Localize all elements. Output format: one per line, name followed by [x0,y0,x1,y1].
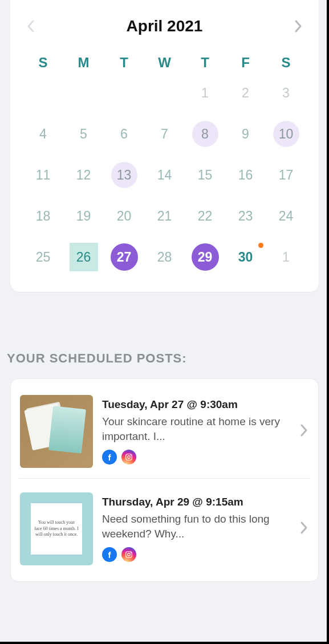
post-preview-text: Need something fun to do this long weeke… [102,512,290,541]
calendar-day[interactable]: 14 [144,161,185,189]
calendar-day[interactable]: 1 [185,79,225,107]
calendar-day [144,79,185,107]
weekday-label: W [144,55,185,71]
scheduled-post[interactable]: Tuesday, Apr 27 @ 9:30am Your skincare r… [19,388,310,475]
calendar-day[interactable]: 22 [185,202,225,230]
calendar-header: April 2021 [23,17,306,35]
prev-month-button[interactable] [23,18,39,34]
facebook-icon: f [102,450,117,464]
svg-point-4 [128,553,131,556]
calendar-title: April 2021 [127,17,203,35]
calendar-day[interactable]: 16 [225,161,266,189]
chevron-right-icon [299,422,309,441]
chevron-right-icon [299,519,309,539]
calendar-day[interactable]: 4 [23,120,63,148]
weekday-row: S M T W T F S [23,55,306,71]
calendar-day[interactable]: 24 [266,202,306,230]
calendar-day[interactable]: 11 [23,161,63,189]
weekday-label: T [104,55,144,71]
calendar-day[interactable]: 6 [104,120,144,148]
calendar-day[interactable]: 5 [63,120,104,148]
weekday-label: S [266,55,306,71]
calendar-day[interactable]: 19 [63,202,104,230]
instagram-icon [121,450,136,464]
calendar-day[interactable]: 30 [225,243,266,271]
calendar-day[interactable]: 8 [185,120,225,148]
calendar-day[interactable]: 21 [144,202,185,230]
svg-point-5 [131,552,131,553]
screenshot-edge [327,0,329,644]
post-thumbnail: You will touch your face 60 times a mont… [20,492,93,565]
weekday-label: T [185,55,225,71]
calendar-day[interactable]: 13 [104,161,144,189]
instagram-icon [121,547,136,562]
svg-point-2 [131,455,131,455]
scheduled-posts-card: Tuesday, Apr 27 @ 9:30am Your skincare r… [10,378,319,582]
post-body: Thursday, Apr 29 @ 9:15am Need something… [102,496,290,562]
calendar-day[interactable]: 1 [266,243,306,271]
calendar-day[interactable]: 18 [23,202,63,230]
calendar-day[interactable]: 7 [144,120,185,148]
calendar-day[interactable]: 27 [104,243,144,271]
post-thumbnail [20,395,93,468]
calendar-day[interactable]: 20 [104,202,144,230]
calendar-day[interactable]: 23 [225,202,266,230]
post-channels: f [102,547,290,562]
calendar-day[interactable]: 29 [185,243,225,271]
post-date: Tuesday, Apr 27 @ 9:30am [102,398,290,411]
post-channels: f [102,450,290,464]
calendar-day [63,79,104,107]
calendar-day [104,79,144,107]
post-body: Tuesday, Apr 27 @ 9:30am Your skincare r… [102,398,290,464]
calendar-card: April 2021 S M T W T F S 123456789101112… [10,0,319,292]
svg-point-1 [128,456,131,459]
scheduled-post[interactable]: You will touch your face 60 times a mont… [19,478,310,572]
calendar-day [23,79,63,107]
next-month-button[interactable] [290,18,306,34]
section-title: YOUR SCHEDULED POSTS: [7,351,322,366]
calendar-day[interactable]: 28 [144,243,185,271]
calendar-day[interactable]: 9 [225,120,266,148]
calendar-day[interactable]: 25 [23,243,63,271]
calendar-day[interactable]: 10 [266,120,306,148]
calendar-day[interactable]: 2 [225,79,266,107]
post-preview-text: Your skincare routine at home is very im… [102,414,290,444]
weekday-label: S [23,55,63,71]
calendar-day[interactable]: 15 [185,161,225,189]
calendar-grid: 1234567891011121314151617181920212223242… [23,79,306,271]
calendar-day[interactable]: 17 [266,161,306,189]
facebook-icon: f [102,547,117,562]
screenshot-edge [0,642,329,644]
weekday-label: M [63,55,104,71]
calendar-day[interactable]: 26 [63,243,104,271]
quote-text: You will touch your face 60 times a mont… [31,503,82,555]
post-date: Thursday, Apr 29 @ 9:15am [102,496,290,508]
calendar-day[interactable]: 3 [266,79,306,107]
calendar-day[interactable]: 12 [63,161,104,189]
weekday-label: F [225,55,266,71]
